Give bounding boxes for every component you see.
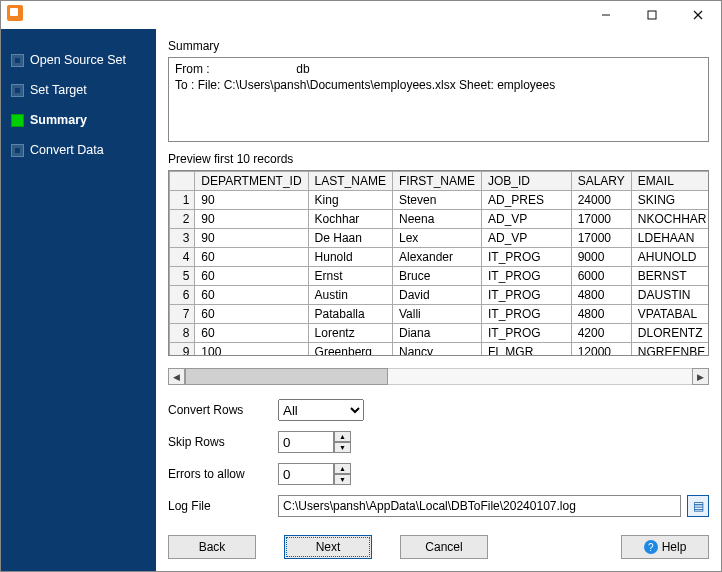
next-button[interactable]: Next	[284, 535, 372, 559]
table-cell[interactable]: 24000	[571, 191, 631, 210]
table-cell[interactable]: IT_PROG	[481, 324, 571, 343]
errors-down-button[interactable]: ▼	[334, 474, 351, 485]
table-cell[interactable]: 60	[195, 305, 308, 324]
table-cell[interactable]: BERNST	[631, 267, 709, 286]
table-cell[interactable]: DLORENTZ	[631, 324, 709, 343]
convert-rows-select[interactable]: All	[278, 399, 364, 421]
errors-input[interactable]	[278, 463, 334, 485]
table-cell[interactable]: 60	[195, 248, 308, 267]
table-row[interactable]: 660AustinDavidIT_PROG4800DAUSTIN103	[170, 286, 710, 305]
column-header[interactable]: JOB_ID	[481, 172, 571, 191]
log-file-input[interactable]	[278, 495, 681, 517]
browse-log-button[interactable]: ▤	[687, 495, 709, 517]
table-cell[interactable]: 9000	[571, 248, 631, 267]
help-button[interactable]: ? Help	[621, 535, 709, 559]
summary-box: From : db To : File: C:\Users\pansh\Docu…	[168, 57, 709, 142]
column-header[interactable]: SALARY	[571, 172, 631, 191]
table-row[interactable]: 9100GreenbergNancyFI_MGR12000NGREENBE101	[170, 343, 710, 356]
table-cell[interactable]: 90	[195, 191, 308, 210]
table-cell[interactable]: DAUSTIN	[631, 286, 709, 305]
table-row[interactable]: 190KingStevenAD_PRES24000SKINGnull	[170, 191, 710, 210]
close-button[interactable]	[675, 1, 721, 29]
wizard-step-convert-data[interactable]: Convert Data	[1, 135, 156, 165]
table-cell[interactable]: Neena	[392, 210, 481, 229]
table-cell[interactable]: 90	[195, 210, 308, 229]
scroll-right-icon[interactable]: ▶	[692, 368, 709, 385]
table-cell[interactable]: Greenberg	[308, 343, 392, 356]
scroll-thumb[interactable]	[185, 368, 388, 385]
column-header[interactable]: LAST_NAME	[308, 172, 392, 191]
table-cell[interactable]: 6000	[571, 267, 631, 286]
table-cell[interactable]: FI_MGR	[481, 343, 571, 356]
table-cell[interactable]: AD_VP	[481, 210, 571, 229]
maximize-button[interactable]	[629, 1, 675, 29]
column-header[interactable]: EMAIL	[631, 172, 709, 191]
table-row[interactable]: 860LorentzDianaIT_PROG4200DLORENTZ103	[170, 324, 710, 343]
table-cell[interactable]: AD_VP	[481, 229, 571, 248]
table-cell[interactable]: Hunold	[308, 248, 392, 267]
table-cell[interactable]: VPATABAL	[631, 305, 709, 324]
table-cell[interactable]: De Haan	[308, 229, 392, 248]
table-cell[interactable]: SKING	[631, 191, 709, 210]
step-label: Set Target	[30, 83, 87, 97]
table-cell[interactable]: 60	[195, 267, 308, 286]
button-bar: Back Next Cancel ? Help	[168, 535, 709, 559]
horizontal-scrollbar[interactable]: ◀ ▶	[168, 368, 709, 385]
skip-rows-up-button[interactable]: ▲	[334, 431, 351, 442]
table-cell[interactable]: 100	[195, 343, 308, 356]
column-header[interactable]: FIRST_NAME	[392, 172, 481, 191]
table-cell[interactable]: IT_PROG	[481, 305, 571, 324]
table-cell[interactable]: Lex	[392, 229, 481, 248]
wizard-step-open-source-set[interactable]: Open Source Set	[1, 45, 156, 75]
table-cell[interactable]: Steven	[392, 191, 481, 210]
table-row[interactable]: 560ErnstBruceIT_PROG6000BERNST103	[170, 267, 710, 286]
table-cell[interactable]: Bruce	[392, 267, 481, 286]
svg-rect-1	[648, 11, 656, 19]
table-cell[interactable]: 60	[195, 286, 308, 305]
column-header[interactable]: DEPARTMENT_ID	[195, 172, 308, 191]
table-row[interactable]: 290KochharNeenaAD_VP17000NKOCHHAR100	[170, 210, 710, 229]
table-cell[interactable]: Valli	[392, 305, 481, 324]
table-cell[interactable]: Lorentz	[308, 324, 392, 343]
table-row[interactable]: 760PataballaValliIT_PROG4800VPATABAL103	[170, 305, 710, 324]
table-cell[interactable]: 17000	[571, 210, 631, 229]
skip-rows-input[interactable]	[278, 431, 334, 453]
table-cell[interactable]: 4800	[571, 286, 631, 305]
table-cell[interactable]: 12000	[571, 343, 631, 356]
wizard-window: Open Source SetSet TargetSummaryConvert …	[0, 0, 722, 572]
document-icon: ▤	[693, 499, 704, 513]
wizard-step-set-target[interactable]: Set Target	[1, 75, 156, 105]
table-cell[interactable]: Alexander	[392, 248, 481, 267]
table-row[interactable]: 390De HaanLexAD_VP17000LDEHAAN100	[170, 229, 710, 248]
table-cell[interactable]: King	[308, 191, 392, 210]
table-cell[interactable]: Ernst	[308, 267, 392, 286]
table-cell[interactable]: AD_PRES	[481, 191, 571, 210]
scroll-left-icon[interactable]: ◀	[168, 368, 185, 385]
table-cell[interactable]: NKOCHHAR	[631, 210, 709, 229]
minimize-button[interactable]	[583, 1, 629, 29]
table-cell[interactable]: 4800	[571, 305, 631, 324]
table-cell[interactable]: IT_PROG	[481, 248, 571, 267]
table-cell[interactable]: Diana	[392, 324, 481, 343]
row-number: 6	[170, 286, 195, 305]
table-cell[interactable]: 90	[195, 229, 308, 248]
table-cell[interactable]: AHUNOLD	[631, 248, 709, 267]
wizard-step-summary[interactable]: Summary	[1, 105, 156, 135]
table-cell[interactable]: Pataballa	[308, 305, 392, 324]
table-cell[interactable]: NGREENBE	[631, 343, 709, 356]
table-cell[interactable]: 17000	[571, 229, 631, 248]
table-cell[interactable]: 60	[195, 324, 308, 343]
table-cell[interactable]: IT_PROG	[481, 267, 571, 286]
table-cell[interactable]: LDEHAAN	[631, 229, 709, 248]
table-cell[interactable]: Nancy	[392, 343, 481, 356]
cancel-button[interactable]: Cancel	[400, 535, 488, 559]
skip-rows-down-button[interactable]: ▼	[334, 442, 351, 453]
table-cell[interactable]: David	[392, 286, 481, 305]
errors-up-button[interactable]: ▲	[334, 463, 351, 474]
back-button[interactable]: Back	[168, 535, 256, 559]
table-cell[interactable]: Kochhar	[308, 210, 392, 229]
table-cell[interactable]: 4200	[571, 324, 631, 343]
table-cell[interactable]: Austin	[308, 286, 392, 305]
table-row[interactable]: 460HunoldAlexanderIT_PROG9000AHUNOLD102	[170, 248, 710, 267]
table-cell[interactable]: IT_PROG	[481, 286, 571, 305]
